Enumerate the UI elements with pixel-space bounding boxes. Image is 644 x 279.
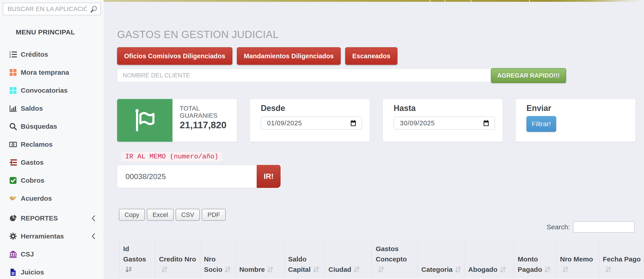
sidebar-item-label: Convocatorias	[21, 87, 68, 94]
column-header-label: Nro Socio	[204, 255, 222, 273]
table-search-input[interactable]	[573, 221, 634, 233]
column-header-gastos-concepto[interactable]: Gastos Concepto	[372, 240, 418, 278]
escaneados-button[interactable]: Escaneados	[345, 47, 397, 65]
sidebar-item-reportes[interactable]: REPORTES	[0, 209, 104, 227]
sidebar-item-cobros[interactable]: Cobros	[0, 171, 104, 189]
date-from-input[interactable]: 01/09/2025	[261, 117, 362, 130]
sidebar: MENU PRINCIPAL 123CréditosMora tempranaC…	[0, 0, 104, 279]
column-header-label: Ciudad	[328, 266, 352, 273]
column-header-saldo-capital[interactable]: Saldo Capital	[284, 240, 325, 278]
column-header-nro-socio[interactable]: Nro Socio	[200, 240, 236, 278]
filter-card-label: Enviar	[526, 103, 636, 113]
oficios-comisivos-diligenciados-button[interactable]: Oficios Comisivos Diligenciados	[117, 47, 232, 65]
sidebar-item-label: Herramientas	[21, 233, 64, 240]
sidebar-item-label: Mora temprana	[21, 69, 69, 76]
column-header-fecha-pago[interactable]: Fecha Pago	[599, 240, 644, 278]
sort-icon[interactable]	[224, 266, 231, 273]
check-square-icon	[8, 176, 18, 185]
pie-chart-icon	[8, 214, 18, 223]
page-title: GASTOS EN GESTION JUDICIAL	[117, 28, 279, 40]
sidebar-item-acuerdos[interactable]: Acuerdos	[0, 189, 104, 208]
calendar-icon[interactable]	[350, 119, 357, 127]
column-header-abogado[interactable]: Abogado	[464, 240, 514, 278]
chevron-left-icon	[92, 215, 96, 221]
handshake-icon	[8, 194, 18, 203]
memo-row: IR!	[117, 165, 280, 188]
date-from-value: 01/09/2025	[267, 119, 350, 127]
column-header-label: Fecha Pago	[603, 255, 640, 263]
date-to-input[interactable]: 30/09/2025	[394, 117, 495, 130]
filter-button[interactable]: Filtrar!	[526, 116, 556, 132]
grid-icon	[8, 86, 18, 95]
column-header-label: Abogado	[468, 266, 498, 273]
date-to-value: 30/09/2025	[400, 119, 483, 127]
sort-icon[interactable]	[500, 266, 506, 273]
column-header-label: Nro Memo	[560, 255, 593, 263]
column-header-nro-memo[interactable]: Nro Memo	[556, 240, 599, 278]
app-search-input[interactable]	[3, 3, 100, 15]
sort-icon[interactable]	[161, 266, 168, 273]
export-copy-button[interactable]: Copy	[119, 209, 145, 221]
filter-card: Enviar Filtrar!	[516, 99, 636, 142]
gear-icon	[8, 232, 18, 241]
sidebar-item-saldos[interactable]: Saldos	[0, 99, 104, 117]
column-header-label: Saldo Capital	[288, 255, 311, 273]
table-search: Search:	[547, 221, 634, 233]
sidebar-item-herramientas[interactable]: Herramientas	[0, 227, 104, 245]
export-pdf-button[interactable]: PDF	[202, 209, 226, 221]
sort-icon[interactable]	[605, 266, 611, 273]
mandamientos-diligenciados-button[interactable]: Mandamientos Diligenciados	[237, 47, 341, 65]
total-guaranies-card: TOTAL GUARANIES 21,117,820	[117, 99, 237, 142]
sort-icon[interactable]	[267, 266, 273, 273]
sort-icon[interactable]	[313, 266, 319, 273]
magnifier-icon[interactable]	[90, 5, 98, 13]
column-header-ciudad[interactable]: Ciudad	[325, 240, 372, 278]
sidebar-item-creditos[interactable]: 123Créditos	[0, 45, 104, 63]
sidebar-item-mora-temprana[interactable]: Mora temprana	[0, 63, 104, 81]
memo-code-label: IR AL MEMO (numero/año)	[121, 152, 222, 162]
date-to-card: Hasta 30/09/2025	[383, 99, 502, 142]
sort-desc-icon[interactable]	[126, 266, 132, 273]
sort-icon[interactable]	[562, 266, 568, 273]
export-csv-button[interactable]: CSV	[176, 209, 200, 221]
summary-cards-row: TOTAL GUARANIES 21,117,820 Desde 01/09/2…	[117, 99, 636, 142]
bank-icon	[8, 250, 18, 259]
grid-icon	[8, 68, 18, 77]
sort-icon[interactable]	[455, 266, 461, 273]
client-search-row: AGREGAR RAPIDO!!!	[117, 69, 566, 83]
date-from-label: Desde	[261, 103, 370, 113]
sort-icon[interactable]	[544, 266, 550, 273]
sidebar-item-convocatorias[interactable]: Convocatorias	[0, 81, 104, 99]
table-search-label: Search:	[547, 223, 570, 231]
sort-icon[interactable]	[378, 266, 384, 273]
sidebar-item-label: Acuerdos	[21, 195, 52, 202]
column-header-monto-pagado[interactable]: Monto Pagado	[514, 240, 556, 278]
memo-number-input[interactable]	[117, 165, 257, 188]
memo-go-button[interactable]: IR!	[257, 165, 280, 188]
search-icon	[8, 122, 18, 131]
column-header-nombre[interactable]: Nombre	[236, 240, 284, 278]
sidebar-item-gastos[interactable]: Gastos	[0, 153, 104, 171]
column-header-categoria[interactable]: Categoria	[418, 240, 464, 278]
column-header-credito-nro[interactable]: Credito Nro	[155, 240, 200, 278]
sidebar-item-reclamos[interactable]: Reclamos	[0, 135, 104, 153]
sort-icon[interactable]	[354, 266, 360, 273]
export-excel-button[interactable]: Excel	[147, 209, 174, 221]
sidebar-item-busquedas[interactable]: Búsquedas	[0, 117, 104, 135]
client-name-input[interactable]	[117, 69, 491, 82]
sidebar-item-label: Búsquedas	[21, 123, 57, 130]
column-header-label: Id Gastos	[123, 245, 146, 263]
action-button-row: Oficios Comisivos DiligenciadosMandamien…	[117, 47, 398, 65]
sidebar-item-juicios[interactable]: Juicios	[0, 263, 104, 279]
app-search-box	[3, 3, 101, 15]
calendar-icon[interactable]	[483, 119, 490, 127]
column-header-id-gastos[interactable]: Id Gastos	[119, 240, 155, 278]
sidebar-item-label: Gastos	[21, 159, 44, 166]
gastos-table: Id GastosCredito NroNro SocioNombreSaldo…	[119, 240, 644, 279]
flag-icon	[117, 99, 172, 142]
sidebar-item-csj[interactable]: CSJ	[0, 245, 104, 263]
sidebar-item-label: Cobros	[21, 177, 44, 184]
numbered-list-icon: 123	[8, 50, 18, 59]
column-header-label: Categoria	[421, 266, 452, 273]
quick-add-button[interactable]: AGREGAR RAPIDO!!!	[491, 68, 566, 83]
